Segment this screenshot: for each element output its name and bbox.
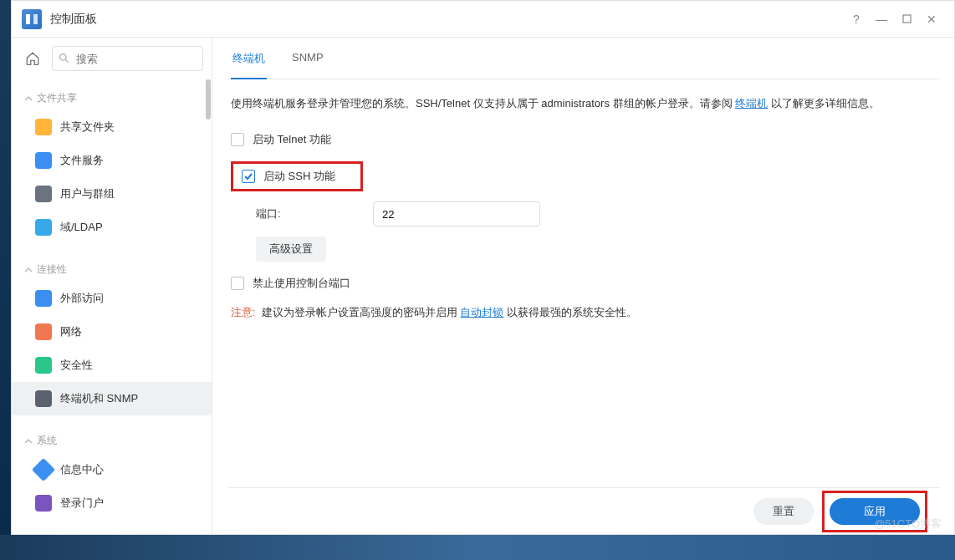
control-panel-window: 控制面板 ? — ✕ 文件共享 共享文件夹 xyxy=(11,0,955,535)
sidebar-item-file-services[interactable]: 文件服务 xyxy=(12,144,212,177)
svg-rect-0 xyxy=(903,15,911,23)
maximize-button[interactable] xyxy=(894,7,919,32)
footer: 重置 应用 xyxy=(227,487,939,534)
globe-icon xyxy=(35,290,52,307)
chevron-up-icon xyxy=(23,94,33,104)
scrollbar-thumb[interactable] xyxy=(206,79,211,120)
sidebar-item-security[interactable]: 安全性 xyxy=(12,349,212,382)
sidebar-item-network[interactable]: 网络 xyxy=(12,315,212,349)
ssh-label: 启动 SSH 功能 xyxy=(263,169,352,184)
sidebar-item-domain-ldap[interactable]: 域/LDAP xyxy=(12,211,212,244)
search-input[interactable] xyxy=(52,46,203,71)
sidebar-item-label: 终端机和 SNMP xyxy=(60,391,138,406)
search-icon xyxy=(58,52,70,64)
section-label: 文件共享 xyxy=(37,91,77,105)
advanced-settings-button[interactable]: 高级设置 xyxy=(256,237,326,262)
window-title: 控制面板 xyxy=(50,12,97,27)
sidebar-item-shared-folder[interactable]: 共享文件夹 xyxy=(12,110,212,144)
watermark: @51CTO博客 xyxy=(874,517,942,532)
sidebar-item-label: 登录门户 xyxy=(60,496,104,511)
sidebar-item-label: 信息中心 xyxy=(60,462,104,477)
file-icon xyxy=(35,152,52,169)
app-icon xyxy=(22,9,42,29)
ldap-icon xyxy=(35,219,52,236)
sidebar-item-user-group[interactable]: 用户与群组 xyxy=(12,177,212,211)
sidebar: 文件共享 共享文件夹 文件服务 用户与群组 域/LDAP 连接性 外部访问 网络… xyxy=(12,38,212,534)
chevron-up-icon xyxy=(23,265,33,275)
tab-terminal[interactable]: 终端机 xyxy=(231,51,267,79)
port-input[interactable] xyxy=(373,201,540,227)
description: 使用终端机服务登录并管理您的系统。SSH/Telnet 仅支持从属于 admin… xyxy=(231,94,936,113)
chevron-up-icon xyxy=(23,436,33,446)
home-button[interactable] xyxy=(20,46,45,71)
terminal-icon xyxy=(35,390,52,407)
sidebar-item-label: 域/LDAP xyxy=(60,220,103,235)
ssh-checkbox[interactable] xyxy=(242,170,255,183)
tab-snmp[interactable]: SNMP xyxy=(290,51,325,79)
section-label: 连接性 xyxy=(37,262,67,277)
telnet-checkbox[interactable] xyxy=(231,133,244,146)
console-port-label: 禁止使用控制台端口 xyxy=(253,276,350,291)
minimize-button[interactable]: — xyxy=(869,7,894,32)
sidebar-item-login-portal[interactable]: 登录门户 xyxy=(12,486,212,520)
info-icon xyxy=(32,458,55,481)
network-icon xyxy=(35,323,52,340)
sidebar-item-label: 网络 xyxy=(60,324,82,339)
telnet-label: 启动 Telnet 功能 xyxy=(253,132,331,147)
sidebar-item-label: 文件服务 xyxy=(60,153,104,168)
login-icon xyxy=(35,495,52,512)
section-connectivity[interactable]: 连接性 xyxy=(12,257,212,282)
user-icon xyxy=(35,186,52,202)
help-button[interactable]: ? xyxy=(844,7,869,32)
sidebar-item-external-access[interactable]: 外部访问 xyxy=(12,282,212,315)
sidebar-item-label: 用户与群组 xyxy=(60,186,115,201)
terminal-help-link[interactable]: 终端机 xyxy=(735,97,768,109)
tabs: 终端机 SNMP xyxy=(227,38,939,79)
svg-point-1 xyxy=(60,54,67,61)
console-port-checkbox[interactable] xyxy=(231,277,244,290)
close-button[interactable]: ✕ xyxy=(919,7,944,32)
sidebar-item-terminal-snmp[interactable]: 终端机和 SNMP xyxy=(12,382,212,415)
main-panel: 终端机 SNMP 使用终端机服务登录并管理您的系统。SSH/Telnet 仅支持… xyxy=(212,38,954,534)
section-label: 系统 xyxy=(37,434,57,448)
section-system[interactable]: 系统 xyxy=(12,429,212,453)
auto-block-link[interactable]: 自动封锁 xyxy=(460,306,503,318)
svg-line-2 xyxy=(65,59,68,62)
shield-icon xyxy=(35,357,52,374)
sidebar-item-label: 安全性 xyxy=(60,358,93,373)
titlebar: 控制面板 ? — ✕ xyxy=(12,1,954,38)
home-icon xyxy=(25,51,40,66)
reset-button[interactable]: 重置 xyxy=(753,498,814,525)
sidebar-item-info-center[interactable]: 信息中心 xyxy=(12,453,212,486)
security-note: 注意: 建议为登录帐户设置高强度的密码并启用 自动封锁 以获得最强的系统安全性。 xyxy=(231,305,936,320)
section-file-sharing[interactable]: 文件共享 xyxy=(12,86,212,110)
sidebar-item-label: 共享文件夹 xyxy=(60,120,115,135)
port-label: 端口: xyxy=(256,206,373,221)
sidebar-item-label: 外部访问 xyxy=(60,291,104,306)
folder-icon xyxy=(35,119,52,135)
